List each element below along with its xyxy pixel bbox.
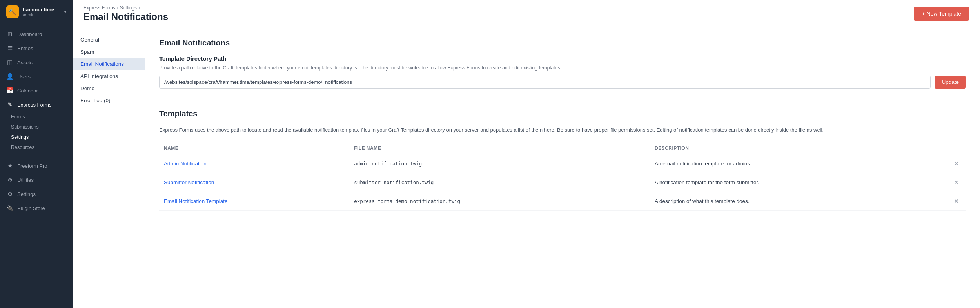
breadcrumb-express-forms[interactable]: Express Forms	[83, 5, 115, 11]
col-description: Description	[650, 142, 947, 154]
table-row: Submitter Notification submitter-notific…	[159, 173, 966, 192]
template-filename: submitter-notification.twig	[354, 179, 434, 185]
sidebar-item-entries[interactable]: ☰ Entries	[0, 41, 73, 55]
template-delete-cell: ✕	[947, 173, 966, 192]
section-divider	[159, 100, 966, 100]
sidebar-item-plugin-store[interactable]: 🔌 Plugin Store	[0, 201, 73, 215]
sidebar-sub-submissions[interactable]: Submissions	[0, 122, 73, 132]
sidebar-item-utilities[interactable]: ⚙ Utilities	[0, 173, 73, 187]
template-filename-cell: express_forms_demo_notification.twig	[349, 192, 650, 210]
template-directory-label: Template Directory Path	[159, 55, 966, 62]
users-icon: 👤	[6, 73, 13, 80]
delete-template-button[interactable]: ✕	[951, 178, 961, 187]
template-filename: express_forms_demo_notification.twig	[354, 198, 460, 204]
template-name-cell: Email Notification Template	[159, 192, 349, 210]
new-template-button[interactable]: + New Template	[914, 7, 969, 21]
assets-icon: ◫	[6, 59, 13, 66]
template-description-cell: An email notification template for admin…	[650, 154, 947, 173]
template-directory-row: Update	[159, 76, 966, 89]
subnav-error-log[interactable]: Error Log (0)	[73, 94, 145, 107]
freeform-pro-icon: ★	[6, 162, 13, 169]
template-delete-cell: ✕	[947, 154, 966, 173]
settings-icon: ⚙	[6, 190, 13, 197]
templates-table: Name File Name Description Admin Notific…	[159, 142, 966, 211]
template-description-cell: A description of what this template does…	[650, 192, 947, 210]
subnav-email-notifications[interactable]: Email Notifications	[73, 58, 145, 70]
template-directory-input[interactable]	[159, 76, 931, 89]
brand-name: hammer.time	[23, 7, 54, 13]
entries-icon: ☰	[6, 45, 13, 52]
sidebar-item-users[interactable]: 👤 Users	[0, 69, 73, 83]
sidebar-item-label: Express Forms	[17, 102, 51, 108]
sidebar-sub-resources[interactable]: Resources	[0, 142, 73, 152]
section-title: Email Notifications	[159, 38, 966, 47]
sidebar-sub-forms[interactable]: Forms	[0, 112, 73, 122]
col-filename: File Name	[349, 142, 650, 154]
main-panel: Email Notifications Template Directory P…	[145, 27, 980, 308]
sidebar-item-label: Users	[17, 74, 31, 80]
sidebar-item-freeform-pro[interactable]: ★ Freeform Pro	[0, 159, 73, 173]
sidebar-item-calendar[interactable]: 📅 Calendar	[0, 83, 73, 98]
template-name-link[interactable]: Submitter Notification	[164, 179, 214, 185]
delete-template-button[interactable]: ✕	[951, 197, 961, 206]
template-directory-hint: Provide a path relative to the Craft Tem…	[159, 64, 966, 72]
brand-chevron-icon: ▾	[64, 10, 66, 14]
breadcrumb-sep-1: ›	[117, 5, 118, 11]
table-row: Admin Notification admin-notification.tw…	[159, 154, 966, 173]
breadcrumb-settings[interactable]: Settings	[120, 5, 137, 11]
templates-description: Express Forms uses the above path to loc…	[159, 126, 966, 134]
sidebar-nav: ⊞ Dashboard ☰ Entries ◫ Assets 👤 Users 📅…	[0, 24, 73, 308]
template-description-cell: A notification template for the form sub…	[650, 173, 947, 192]
template-delete-cell: ✕	[947, 192, 966, 210]
sidebar-item-label: Dashboard	[17, 31, 42, 37]
subnav-spam[interactable]: Spam	[73, 46, 145, 58]
topbar: Express Forms › Settings › Email Notific…	[73, 0, 980, 27]
sidebar-item-label: Plugin Store	[17, 205, 45, 211]
content-layout: General Spam Email Notifications API Int…	[73, 27, 980, 308]
brand-logo: 🔨	[6, 5, 19, 18]
subnav-general[interactable]: General	[73, 34, 145, 46]
template-name-link[interactable]: Admin Notification	[164, 161, 207, 167]
template-filename-cell: admin-notification.twig	[349, 154, 650, 173]
template-filename: admin-notification.twig	[354, 161, 422, 167]
sidebar-item-label: Freeform Pro	[17, 163, 47, 169]
template-name-cell: Submitter Notification	[159, 173, 349, 192]
breadcrumb-sep-2: ›	[138, 5, 140, 11]
express-forms-icon: ✎	[6, 101, 13, 108]
col-delete	[947, 142, 966, 154]
sidebar-item-express-forms[interactable]: ✎ Express Forms	[0, 98, 73, 112]
sidebar-item-dashboard[interactable]: ⊞ Dashboard	[0, 27, 73, 41]
breadcrumb: Express Forms › Settings ›	[83, 5, 168, 11]
sidebar-item-label: Utilities	[17, 177, 34, 183]
sidebar-header[interactable]: 🔨 hammer.time admin ▾	[0, 0, 73, 24]
sidebar-item-settings[interactable]: ⚙ Settings	[0, 187, 73, 201]
calendar-icon: 📅	[6, 87, 13, 94]
template-name-link[interactable]: Email Notification Template	[164, 198, 228, 204]
subnav-api-integrations[interactable]: API Integrations	[73, 70, 145, 82]
template-filename-cell: submitter-notification.twig	[349, 173, 650, 192]
sidebar-item-label: Assets	[17, 60, 33, 65]
sidebar-sub-settings[interactable]: Settings	[0, 132, 73, 142]
brand-info: hammer.time admin	[23, 7, 54, 17]
topbar-left: Express Forms › Settings › Email Notific…	[83, 5, 168, 22]
table-row: Email Notification Template express_form…	[159, 192, 966, 210]
col-name: Name	[159, 142, 349, 154]
main-area: Express Forms › Settings › Email Notific…	[73, 0, 980, 308]
templates-section: Templates Express Forms uses the above p…	[159, 109, 966, 211]
page-title: Email Notifications	[83, 11, 168, 22]
templates-title: Templates	[159, 109, 966, 118]
template-name-cell: Admin Notification	[159, 154, 349, 173]
sidebar-item-assets[interactable]: ◫ Assets	[0, 55, 73, 69]
delete-template-button[interactable]: ✕	[951, 159, 961, 168]
utilities-icon: ⚙	[6, 176, 13, 183]
subnav-demo[interactable]: Demo	[73, 82, 145, 94]
plugin-store-icon: 🔌	[6, 205, 13, 212]
sidebar: 🔨 hammer.time admin ▾ ⊞ Dashboard ☰ Entr…	[0, 0, 73, 308]
brand-sub: admin	[23, 13, 54, 17]
dashboard-icon: ⊞	[6, 31, 13, 38]
sidebar-item-label: Calendar	[17, 88, 38, 94]
template-directory-group: Template Directory Path Provide a path r…	[159, 55, 966, 89]
sidebar-item-label: Settings	[17, 191, 36, 197]
update-button[interactable]: Update	[935, 76, 966, 89]
subnav: General Spam Email Notifications API Int…	[73, 27, 145, 308]
